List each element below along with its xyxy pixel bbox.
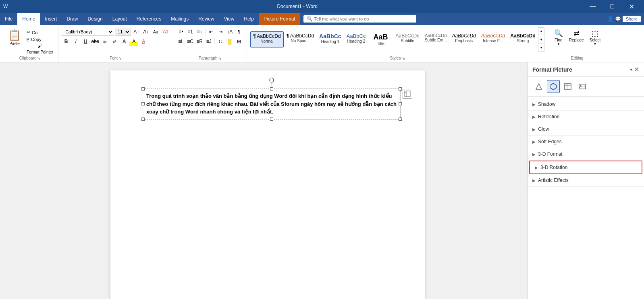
menu-picture-format[interactable]: Picture Format — [259, 13, 300, 25]
picture-panel-icon[interactable] — [576, 80, 589, 93]
gallery-down-arrow[interactable]: ▼ — [538, 36, 544, 43]
find-button[interactable]: 🔍 Find ▼ — [551, 27, 566, 47]
text-effect-button[interactable]: A — [120, 37, 129, 46]
text-box[interactable]: Trong quá trình soạn thảo văn bản bằng ứ… — [143, 89, 401, 120]
styles-container: ¶ AaBbCcDd Normal ¶ AaBbCcDd No Spac... … — [250, 27, 544, 52]
handle-top-middle[interactable] — [270, 87, 273, 91]
style-subtle-em[interactable]: AaBbCcDd Subtle Em... — [422, 31, 449, 47]
size-layout-panel-icon[interactable] — [561, 80, 574, 93]
align-left-button[interactable]: ≡L — [177, 37, 185, 46]
style-subtitle[interactable]: AaBbCcDd Subtitle — [393, 31, 422, 47]
paragraph-expand-icon[interactable]: ↘ — [218, 56, 221, 60]
style-heading2[interactable]: AaBbCc Heading 2 — [344, 31, 368, 47]
handle-top-left[interactable] — [141, 87, 145, 91]
panel-close-button[interactable]: ✕ — [634, 66, 639, 73]
cut-button[interactable]: ✂ Cut — [25, 29, 55, 36]
rotate-handle[interactable] — [269, 78, 274, 82]
fill-line-panel-icon[interactable] — [532, 80, 545, 93]
style-emphasis[interactable]: AaBbCcDd Emphasis — [449, 31, 478, 47]
gallery-expand-arrow[interactable]: ▾ — [538, 44, 544, 52]
handle-bottom-right[interactable] — [399, 118, 402, 121]
soft-edges-section-header[interactable]: ▶ Soft Edges — [528, 136, 644, 148]
bullet-list-button[interactable]: ≡• — [177, 27, 185, 36]
clipboard-expand-icon[interactable]: ↘ — [37, 56, 40, 60]
justify-button[interactable]: ≡J — [204, 37, 213, 46]
paste-button[interactable]: 📋 Paste — [5, 27, 24, 47]
subscript-button[interactable]: x₂ — [100, 37, 109, 46]
handle-middle-right[interactable] — [399, 102, 402, 105]
style-strong[interactable]: AaBbCcDd Strong — [508, 31, 538, 47]
artistic-effects-section-header[interactable]: ▶ Artistic Effects — [528, 174, 644, 186]
menu-review[interactable]: Review — [193, 13, 219, 25]
strikethrough-button[interactable]: abc — [91, 37, 100, 46]
font-size-select[interactable]: 11 — [115, 28, 131, 36]
gallery-up-arrow[interactable]: ▲ — [538, 27, 544, 35]
font-color-button[interactable]: A — [139, 37, 148, 46]
glow-section-header[interactable]: ▶ Glow — [528, 123, 644, 135]
menu-references[interactable]: References — [132, 13, 166, 25]
3d-format-section-header[interactable]: ▶ 3-D Format — [528, 148, 644, 160]
maximize-button[interactable]: □ — [603, 0, 621, 13]
underline-button[interactable]: U — [81, 37, 90, 46]
multilevel-list-button[interactable]: ≡↕ — [195, 27, 204, 36]
menu-home[interactable]: Home — [17, 13, 40, 25]
number-list-button[interactable]: ≡1 — [186, 27, 195, 36]
increase-indent-button[interactable]: ⇥ — [216, 27, 225, 36]
editing-label: Editing — [551, 55, 603, 61]
handle-middle-left[interactable] — [141, 102, 145, 105]
increase-font-button[interactable]: A↑ — [132, 27, 141, 36]
comments-icon[interactable]: 💬 — [615, 16, 621, 22]
line-spacing-button[interactable]: ↕↕ — [216, 37, 225, 46]
select-button[interactable]: ⬚ Select ▼ — [587, 27, 603, 47]
menu-draw[interactable]: Draw — [62, 13, 83, 25]
menu-help[interactable]: Help — [239, 13, 259, 25]
menu-design[interactable]: Design — [83, 13, 107, 25]
italic-button[interactable]: I — [71, 37, 80, 46]
font-family-select[interactable]: Calibri (Body) — [62, 28, 114, 36]
style-no-spacing[interactable]: ¶ AaBbCcDd No Spac... — [284, 31, 316, 47]
handle-bottom-left[interactable] — [141, 118, 145, 121]
close-button[interactable]: ✕ — [622, 0, 641, 13]
handle-bottom-middle[interactable] — [270, 118, 273, 121]
show-formatting-button[interactable]: ¶ — [235, 27, 243, 36]
change-case-button[interactable]: Aa — [151, 27, 160, 36]
menu-insert[interactable]: Insert — [40, 13, 62, 25]
style-title[interactable]: AaB Title — [369, 31, 393, 47]
borders-button[interactable]: ⊞ — [235, 37, 243, 46]
menu-view[interactable]: View — [219, 13, 239, 25]
align-right-button[interactable]: ≡R — [195, 37, 204, 46]
menu-layout[interactable]: Layout — [108, 13, 132, 25]
bold-button[interactable]: B — [62, 37, 71, 46]
style-heading1[interactable]: AaBbCc Heading 1 — [317, 31, 343, 47]
sort-button[interactable]: ↕A — [225, 27, 234, 36]
format-painter-button[interactable]: 🖌 Format Painter — [25, 43, 55, 55]
account-icon[interactable]: 👤 — [607, 16, 613, 22]
reflection-section-header[interactable]: ▶ Reflection — [528, 111, 644, 123]
effects-panel-icon[interactable] — [547, 80, 560, 93]
3d-rotation-section-header[interactable]: ▶ 3-D Rotation — [530, 161, 642, 173]
search-input[interactable] — [314, 16, 413, 21]
font-expand-icon[interactable]: ↘ — [118, 56, 122, 60]
superscript-button[interactable]: x² — [110, 37, 119, 46]
clear-format-button[interactable]: A⃝ — [161, 27, 170, 36]
styles-label: Styles ↘ — [250, 55, 544, 61]
handle-top-right[interactable] — [399, 87, 402, 91]
decrease-indent-button[interactable]: ⇤ — [207, 27, 216, 36]
menu-mailings[interactable]: Mailings — [166, 13, 193, 25]
style-normal[interactable]: ¶ AaBbCcDd Normal — [250, 31, 283, 47]
text-action-icon[interactable] — [403, 89, 412, 99]
cut-label: Cut — [32, 30, 39, 35]
copy-button[interactable]: ⎘ Copy — [25, 36, 55, 43]
replace-button[interactable]: ⇄ Replace — [567, 27, 586, 44]
menu-file[interactable]: File — [0, 13, 17, 25]
align-center-button[interactable]: ≡C — [186, 37, 195, 46]
styles-expand-icon[interactable]: ↘ — [402, 56, 405, 60]
text-highlight-button[interactable]: A — [129, 37, 138, 46]
share-button[interactable]: Share — [623, 16, 641, 22]
minimize-button[interactable]: — — [584, 0, 602, 13]
style-intense-e[interactable]: AaBbCcDd Intense E... — [479, 31, 507, 47]
panel-arrow-icon[interactable]: ▾ — [630, 67, 632, 72]
decrease-font-button[interactable]: A↓ — [141, 27, 150, 36]
shadow-section-header[interactable]: ▶ Shadow — [528, 98, 644, 110]
shading-button[interactable]: ▓ — [225, 37, 234, 46]
